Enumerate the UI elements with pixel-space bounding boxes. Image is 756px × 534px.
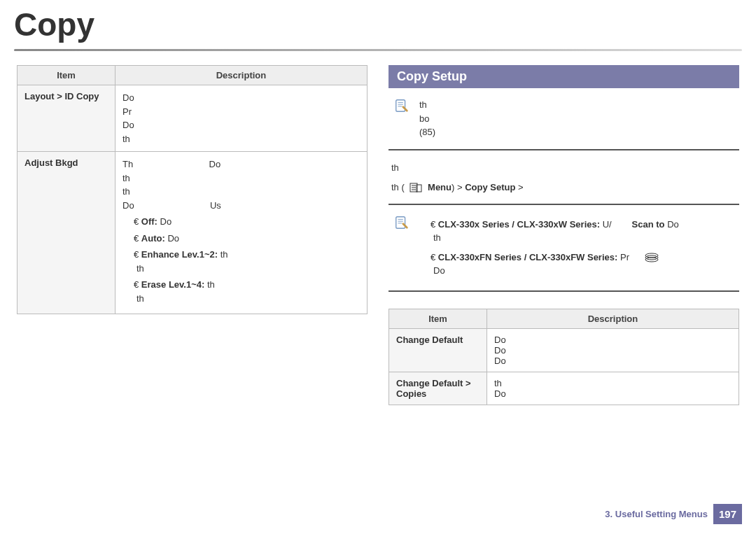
menu-icon — [410, 183, 422, 192]
t: Pr — [620, 252, 629, 262]
th-desc: Description — [115, 66, 368, 85]
series-label: CLX-330x Series / CLX-330xW Series: — [438, 219, 600, 230]
scan-to-label: Scan to — [632, 219, 665, 230]
footer-chapter: 3. Useful Setting Menus — [605, 509, 708, 519]
note-line: bo — [419, 112, 734, 126]
text: th — [122, 185, 360, 199]
note-icon — [394, 215, 410, 230]
t: Th — [122, 159, 133, 169]
series-bullet: CLX-330xFN Series / CLX-330xFW Series: P… — [419, 251, 734, 278]
bullet: Erase Lev.1~4: th th — [122, 278, 360, 305]
th-item: Item — [389, 309, 487, 328]
menu-label: Menu — [428, 182, 451, 192]
bullet-text: Do — [160, 216, 172, 227]
note-line: (85) — [419, 125, 734, 139]
right-column: Copy Setup th bo (85) th th ( Menu) > — [388, 65, 739, 405]
item-cell: Adjust Bkgd — [18, 152, 115, 314]
left-column: Item Description Layout > ID Copy Do Pr … — [17, 65, 368, 405]
text: th — [122, 132, 360, 146]
t: Do — [494, 388, 732, 399]
desc-cell: Th Do th th Do Us — [115, 152, 368, 314]
t: Do — [494, 356, 732, 366]
t: th — [494, 378, 732, 388]
t: th — [430, 231, 734, 245]
desc-cell: Do Pr Do th — [115, 85, 368, 152]
text: th — [122, 171, 360, 185]
series-bullet: CLX-330x Series / CLX-330xW Series: U/ S… — [419, 218, 734, 245]
bullet-text: th — [220, 249, 228, 260]
text: Do — [122, 118, 360, 132]
table-row: Change Default Do Do Do — [389, 328, 739, 372]
t: Us — [210, 200, 221, 211]
bullet-text: Do — [167, 233, 179, 244]
t: Do — [430, 264, 734, 278]
item-cell: Layout > ID Copy — [18, 85, 115, 152]
footer: 3. Useful Setting Menus 197 — [605, 504, 742, 524]
note-box: th bo (85) — [388, 88, 739, 150]
bullet: Off: Do — [122, 215, 360, 229]
t: U/ — [603, 219, 612, 230]
bullet-label: Auto: — [141, 233, 165, 244]
svg-rect-0 — [396, 100, 405, 112]
bullet: Enhance Lev.1~2: th th — [122, 248, 360, 275]
series-note: CLX-330x Series / CLX-330xW Series: U/ S… — [388, 205, 739, 292]
table-row: Layout > ID Copy Do Pr Do th — [18, 85, 368, 152]
page-title: Copy — [0, 0, 756, 49]
t: > — [515, 182, 523, 192]
right-table: Item Description Change Default Do Do Do… — [388, 309, 739, 405]
text: Pr — [122, 105, 360, 119]
desc-cell: th Do — [487, 372, 739, 405]
t: Do — [209, 159, 221, 169]
bullet: Auto: Do — [122, 232, 360, 246]
bullet-extra: th — [134, 292, 360, 306]
item-cell: Change Default — [389, 328, 487, 372]
item-cell: Change Default > Copies — [389, 372, 487, 405]
note-icon — [394, 98, 410, 113]
desc-cell: Do Do Do — [487, 328, 739, 372]
t: Do — [494, 345, 732, 356]
instruction-block: th th ( Menu) > Copy Setup > — [388, 150, 739, 205]
bullet-label: Enhance Lev.1~2: — [141, 249, 218, 260]
instr-pre: th — [391, 160, 736, 176]
instr-line: th ( Menu) > Copy Setup > — [391, 180, 736, 195]
th-item: Item — [18, 66, 115, 85]
t: Do — [122, 200, 134, 211]
content: Item Description Layout > ID Copy Do Pr … — [0, 51, 756, 405]
th-desc: Description — [487, 309, 739, 328]
t: Do — [494, 335, 732, 345]
svg-rect-3 — [396, 216, 405, 228]
table-row: Adjust Bkgd Th Do th th Do — [18, 152, 368, 314]
t: th ( — [391, 182, 405, 192]
section-header: Copy Setup — [388, 65, 739, 88]
bullet-extra: th — [134, 262, 360, 276]
bullet-text: th — [207, 279, 215, 290]
bullet-label: Erase Lev.1~4: — [141, 279, 204, 290]
text: Do — [122, 91, 360, 105]
left-table: Item Description Layout > ID Copy Do Pr … — [17, 65, 368, 314]
text: Th Do — [122, 157, 360, 171]
series-label: CLX-330xFN Series / CLX-330xFW Series: — [438, 252, 618, 262]
copy-setup-label: Copy Setup — [465, 182, 515, 192]
t: Do — [667, 219, 679, 230]
t: ) > — [451, 182, 465, 192]
table-row: Change Default > Copies th Do — [389, 372, 739, 405]
text: Do Us — [122, 199, 360, 213]
copy-icon — [645, 253, 659, 262]
note-line: th — [419, 98, 734, 112]
bullet-label: Off: — [141, 216, 158, 227]
page-number: 197 — [713, 504, 742, 524]
